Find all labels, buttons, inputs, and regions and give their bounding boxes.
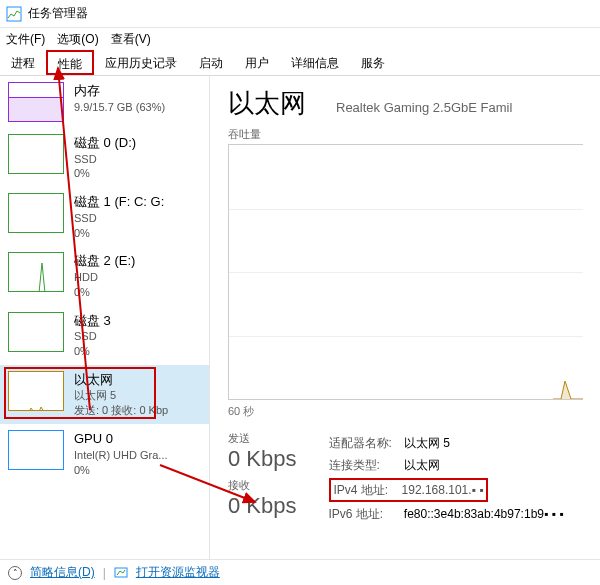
tab-startup[interactable]: 启动 <box>188 50 234 75</box>
menu-file[interactable]: 文件(F) <box>6 31 45 48</box>
monitor-icon <box>114 566 128 580</box>
sidebar-item-ethernet[interactable]: 以太网以太网 5发送: 0 接收: 0 Kbp <box>0 365 209 424</box>
sidebar-item-disk3[interactable]: 磁盘 3SSD0% <box>0 306 209 365</box>
gpu-mini-chart <box>8 430 64 470</box>
title-bar: 任务管理器 <box>0 0 600 28</box>
sidebar-item-disk1[interactable]: 磁盘 1 (F: C: G:SSD0% <box>0 187 209 246</box>
footer: ˄ 简略信息(D) | 打开资源监视器 <box>0 559 600 585</box>
disk-mini-chart <box>8 193 64 233</box>
tab-services[interactable]: 服务 <box>350 50 396 75</box>
tab-performance[interactable]: 性能 <box>46 50 94 75</box>
tab-users[interactable]: 用户 <box>234 50 280 75</box>
sidebar-item-gpu0[interactable]: GPU 0Intel(R) UHD Gra...0% <box>0 424 209 483</box>
app-icon <box>6 6 22 22</box>
fewer-details-link[interactable]: 简略信息(D) <box>30 564 95 581</box>
menu-options[interactable]: 选项(O) <box>57 31 98 48</box>
net-mini-chart <box>8 371 64 411</box>
sidebar: 内存9.9/15.7 GB (63%) 磁盘 0 (D:)SSD0% 磁盘 1 … <box>0 76 210 559</box>
window-title: 任务管理器 <box>28 5 88 22</box>
open-resource-monitor-link[interactable]: 打开资源监视器 <box>136 564 220 581</box>
memory-mini-chart <box>8 82 64 122</box>
recv-value: 0 Kbps <box>228 493 297 519</box>
disk-mini-chart <box>8 312 64 352</box>
ipv4-address: 192.168.101.▪ ▪ <box>402 483 484 497</box>
disk-mini-chart <box>8 252 64 292</box>
svg-rect-3 <box>115 568 127 577</box>
time-axis-label: 60 秒 <box>228 404 600 419</box>
content: 内存9.9/15.7 GB (63%) 磁盘 0 (D:)SSD0% 磁盘 1 … <box>0 76 600 559</box>
chevron-up-icon[interactable]: ˄ <box>8 566 22 580</box>
tabs: 进程 性能 应用历史记录 启动 用户 详细信息 服务 <box>0 50 600 76</box>
sidebar-item-disk2[interactable]: 磁盘 2 (E:)HDD0% <box>0 246 209 305</box>
main-panel: 以太网 Realtek Gaming 2.5GbE Famil 吞吐量 60 秒… <box>210 76 600 559</box>
throughput-chart <box>228 144 583 400</box>
main-title: 以太网 <box>228 86 306 121</box>
sidebar-item-memory[interactable]: 内存9.9/15.7 GB (63%) <box>0 76 209 128</box>
tab-app-history[interactable]: 应用历史记录 <box>94 50 188 75</box>
sidebar-item-disk0[interactable]: 磁盘 0 (D:)SSD0% <box>0 128 209 187</box>
menu-bar: 文件(F) 选项(O) 查看(V) <box>0 28 600 50</box>
adapter-info: 适配器名称:以太网 5 连接类型:以太网 IPv4 地址: 192.168.10… <box>327 431 566 527</box>
label: 内存 <box>74 82 165 100</box>
tab-details[interactable]: 详细信息 <box>280 50 350 75</box>
ipv4-highlight: IPv4 地址: 192.168.101.▪ ▪ <box>329 478 489 502</box>
svg-rect-0 <box>7 7 21 21</box>
menu-view[interactable]: 查看(V) <box>111 31 151 48</box>
send-value: 0 Kbps <box>228 446 297 472</box>
adapter-name: Realtek Gaming 2.5GbE Famil <box>336 100 512 115</box>
tab-processes[interactable]: 进程 <box>0 50 46 75</box>
chart-label: 吞吐量 <box>228 127 600 142</box>
disk-mini-chart <box>8 134 64 174</box>
ipv6-address: fe80::3e4b:83ab:4b97:1b9▪ ▪ ▪ <box>404 504 564 524</box>
